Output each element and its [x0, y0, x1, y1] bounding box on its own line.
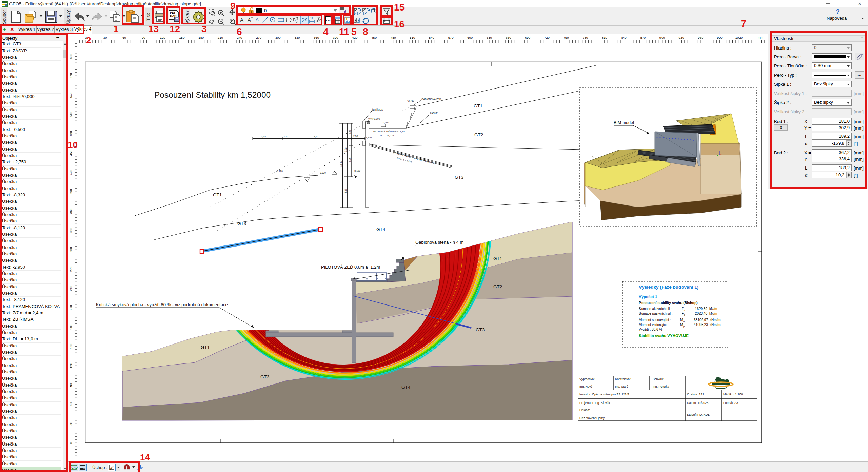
- svg-text:p: p: [683, 324, 685, 328]
- svg-text:270: 270: [256, 36, 261, 39]
- svg-text:330: 330: [294, 36, 300, 39]
- svg-text:630: 630: [487, 36, 492, 39]
- svg-text:DL. = 13,0 m: DL. = 13,0 m: [380, 134, 394, 137]
- svg-text:540: 540: [429, 36, 434, 39]
- svg-text:510: 510: [410, 36, 415, 39]
- svg-text:30: 30: [103, 36, 107, 39]
- svg-text:270: 270: [69, 266, 73, 272]
- svg-text:-0,500: -0,500: [382, 121, 389, 124]
- svg-text:570: 570: [69, 73, 73, 78]
- svg-text:Investor: Opěrná stěna pro ŽS: Investor: Opěrná stěna pro ŽS 121/5: [579, 393, 629, 396]
- svg-text:ŽB ŘÍMSA: ŽB ŘÍMSA: [372, 108, 383, 111]
- svg-text:0: 0: [69, 442, 73, 444]
- svg-text:ZÁSYP: ZÁSYP: [430, 112, 438, 114]
- svg-text:2,50: 2,50: [353, 135, 358, 137]
- svg-text:M: M: [680, 318, 683, 322]
- svg-text:Č. akce: 121: Č. akce: 121: [687, 393, 704, 396]
- svg-text:480: 480: [69, 131, 73, 136]
- svg-text:210: 210: [69, 305, 73, 310]
- svg-text:810: 810: [602, 36, 607, 39]
- svg-text:GT3: GT3: [237, 221, 246, 226]
- svg-text:120: 120: [160, 36, 165, 39]
- svg-text:GT1: GT1: [474, 103, 482, 109]
- svg-text:Ing. Nový: Ing. Nový: [579, 385, 593, 388]
- svg-text:Stupeň PD: RDS: Stupeň PD: RDS: [687, 413, 710, 416]
- svg-text:9,70: 9,70: [314, 135, 318, 138]
- svg-text:=: =: [686, 312, 688, 315]
- svg-text:mm: mm: [758, 36, 763, 39]
- svg-text:GT2: GT2: [474, 132, 483, 137]
- svg-text:930: 930: [678, 36, 684, 39]
- svg-text:GT4: GT4: [376, 227, 386, 232]
- svg-text:210: 210: [218, 36, 223, 39]
- svg-text:Moment sesouvající :: Moment sesouvající :: [639, 318, 671, 322]
- svg-text:GT3: GT3: [476, 327, 485, 332]
- svg-text:900: 900: [659, 36, 665, 39]
- svg-text:+2,750: +2,750: [407, 100, 414, 102]
- svg-text:390: 390: [69, 189, 73, 194]
- svg-text:30: 30: [69, 422, 73, 426]
- svg-text:60: 60: [122, 36, 126, 39]
- svg-text:=: =: [686, 323, 688, 327]
- svg-text:750: 750: [564, 36, 569, 39]
- svg-text:180: 180: [69, 324, 73, 330]
- svg-text:450: 450: [69, 150, 73, 156]
- svg-text:=: =: [686, 307, 688, 311]
- svg-text:%%P0,000: %%P0,000: [368, 118, 380, 120]
- svg-text:Stabilita svahu VYHOVUJE: Stabilita svahu VYHOVUJE: [639, 334, 689, 338]
- svg-text:GABIONOVÁ ZEĎ: GABIONOVÁ ZEĎ: [421, 98, 441, 100]
- svg-text:BIM model: BIM model: [614, 120, 634, 125]
- svg-text:kNm/m: kNm/m: [710, 323, 721, 327]
- svg-text:5,45: 5,45: [261, 135, 266, 138]
- svg-text:Kritická smyková plocha - využ: Kritická smyková plocha - využití 80 % -…: [96, 302, 228, 307]
- svg-text:-8,320: -8,320: [319, 172, 326, 174]
- svg-text:2,96: 2,96: [349, 130, 351, 134]
- svg-text:90: 90: [69, 383, 73, 387]
- svg-text:Ing. Peterka: Ing. Peterka: [653, 385, 669, 388]
- svg-text:GT1: GT1: [213, 192, 222, 197]
- svg-text:360: 360: [314, 36, 319, 39]
- svg-text:150: 150: [69, 343, 73, 349]
- svg-text:510: 510: [69, 112, 73, 117]
- svg-text:1629,89: 1629,89: [695, 307, 708, 311]
- svg-text:-8,120: -8,120: [276, 170, 283, 172]
- svg-text:8,32: 8,32: [344, 147, 347, 152]
- svg-text:Využití : 80,6 %: Využití : 80,6 %: [639, 328, 662, 331]
- svg-text:480: 480: [391, 36, 396, 39]
- svg-text:150: 150: [179, 36, 185, 39]
- svg-text:360: 360: [69, 208, 73, 214]
- svg-text:Posouzení Stability km 1,52000: Posouzení Stability km 1,52000: [154, 90, 271, 99]
- svg-text:Moment vzdorující :: Moment vzdorující :: [639, 323, 668, 327]
- svg-text:180: 180: [198, 36, 204, 39]
- svg-text:450: 450: [371, 36, 377, 39]
- svg-text:Formát: A3: Formát: A3: [723, 401, 738, 405]
- svg-text:PILOTOVÁ ZEĎ 0,6m á=1,2m: PILOTOVÁ ZEĎ 0,6m á=1,2m: [373, 130, 405, 133]
- svg-text:13,00: 13,00: [340, 161, 342, 167]
- svg-text:Měřítko: 1:100: Měřítko: 1:100: [723, 393, 743, 396]
- svg-text:570: 570: [448, 36, 454, 39]
- svg-text:PILOTOVÁ ZEĎ 0,6m á=1,2m: PILOTOVÁ ZEĎ 0,6m á=1,2m: [321, 264, 380, 270]
- svg-text:2023,40: 2023,40: [695, 312, 708, 315]
- svg-text:kN/m: kN/m: [709, 312, 717, 315]
- svg-text:Sumace aktivních sil :: Sumace aktivních sil :: [639, 307, 672, 311]
- svg-text:780: 780: [583, 36, 588, 39]
- svg-text:690: 690: [525, 36, 530, 39]
- svg-text:90: 90: [142, 36, 145, 39]
- svg-text:Datum: 11/2025: Datum: 11/2025: [687, 401, 708, 405]
- svg-text:-8,120: -8,120: [354, 170, 360, 172]
- svg-text:Výsledky (Fáze budování 1): Výsledky (Fáze budování 1): [639, 284, 698, 290]
- svg-text:kN/m: kN/m: [709, 307, 717, 311]
- svg-text:Sumace pasivních sil :: Sumace pasivních sil :: [639, 312, 673, 315]
- svg-text:kNm/m: kNm/m: [710, 318, 721, 322]
- svg-text:660: 660: [506, 36, 511, 39]
- svg-text:120: 120: [69, 363, 73, 368]
- svg-text:Příloha:: Příloha:: [579, 408, 590, 412]
- svg-text:960: 960: [698, 36, 703, 39]
- svg-text:41095,23: 41095,23: [694, 323, 708, 327]
- svg-text:1020: 1020: [735, 36, 743, 39]
- svg-text:870: 870: [640, 36, 646, 39]
- svg-text:240: 240: [69, 286, 73, 291]
- svg-text:390: 390: [333, 36, 338, 39]
- svg-text:4,66: 4,66: [344, 189, 347, 193]
- svg-text:990: 990: [717, 36, 723, 39]
